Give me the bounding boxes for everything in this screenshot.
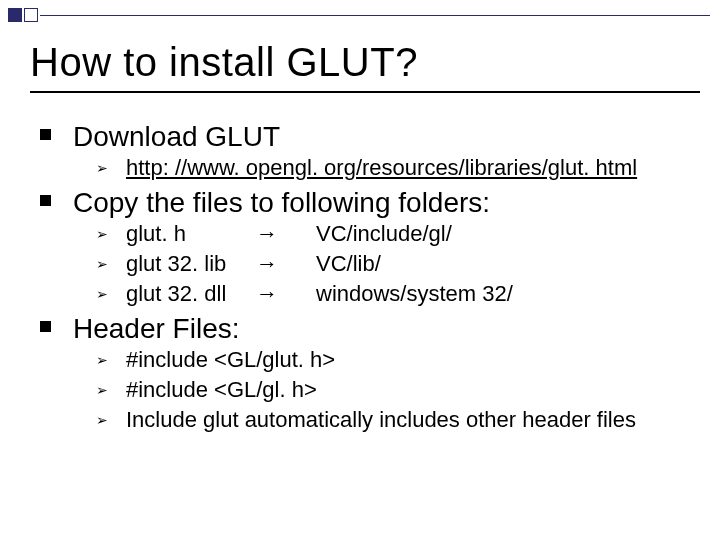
file-mapping-row: glut. h → VC/include/gl/ [126,221,452,247]
arrow-icon: → [256,251,316,277]
file-mapping-row: glut 32. lib → VC/lib/ [126,251,381,277]
bullet-level-2: ➢ glut 32. lib → VC/lib/ [96,251,700,277]
file-name: glut 32. dll [126,281,256,307]
bullet-text: Download GLUT [73,121,280,153]
code-text: #include <GL/glut. h> [126,347,335,373]
arrow-icon: → [256,281,316,307]
decoration-line [40,15,710,16]
chevron-icon: ➢ [96,256,108,272]
bullet-text: Header Files: [73,313,240,345]
url-text: http: //www. opengl. org/resources/libra… [126,155,637,181]
chevron-icon: ➢ [96,286,108,302]
chevron-icon: ➢ [96,382,108,398]
bullet-text: Copy the files to following folders: [73,187,490,219]
chevron-icon: ➢ [96,352,108,368]
slide-content: How to install GLUT? Download GLUT ➢ htt… [30,40,700,437]
note-text: Include glut automatically includes othe… [126,407,636,433]
bullet-level-1: Copy the files to following folders: [40,187,700,219]
square-bullet-icon [40,321,51,332]
destination-path: windows/system 32/ [316,281,513,307]
bullet-level-2: ➢ #include <GL/glut. h> [96,347,700,373]
file-name: glut 32. lib [126,251,256,277]
chevron-icon: ➢ [96,226,108,242]
destination-path: VC/lib/ [316,251,381,277]
slide-body: Download GLUT ➢ http: //www. opengl. org… [30,121,700,433]
square-bullet-icon [40,129,51,140]
square-icon [8,8,22,22]
arrow-icon: → [256,221,316,247]
corner-decoration [8,8,40,22]
chevron-icon: ➢ [96,412,108,428]
bullet-level-2: ➢ http: //www. opengl. org/resources/lib… [96,155,700,181]
square-bullet-icon [40,195,51,206]
bullet-level-1: Download GLUT [40,121,700,153]
bullet-level-2: ➢ glut. h → VC/include/gl/ [96,221,700,247]
destination-path: VC/include/gl/ [316,221,452,247]
file-name: glut. h [126,221,256,247]
bullet-level-1: Header Files: [40,313,700,345]
bullet-level-2: ➢ Include glut automatically includes ot… [96,407,700,433]
slide-title: How to install GLUT? [30,40,700,93]
code-text: #include <GL/gl. h> [126,377,317,403]
chevron-icon: ➢ [96,160,108,176]
square-icon [24,8,38,22]
bullet-level-2: ➢ glut 32. dll → windows/system 32/ [96,281,700,307]
bullet-level-2: ➢ #include <GL/gl. h> [96,377,700,403]
file-mapping-row: glut 32. dll → windows/system 32/ [126,281,513,307]
